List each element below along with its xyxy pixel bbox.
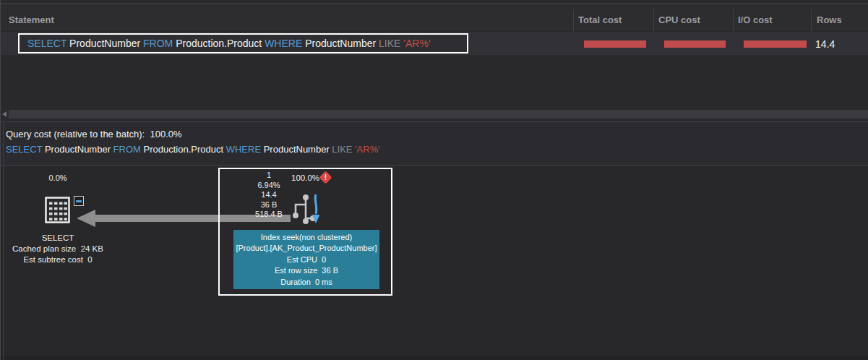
sql-token: Production.Product bbox=[176, 38, 265, 49]
select-node-labels: SELECTCached plan size 24 KBEst subtree … bbox=[4, 233, 112, 265]
rows-value: 14.4 bbox=[815, 38, 835, 50]
index-seek-node[interactable]: 16.94%14.436 B518.4 B 100.0% ! Index see… bbox=[218, 168, 392, 296]
cpu-cost-bar bbox=[664, 40, 726, 48]
sql-token: FROM bbox=[113, 144, 144, 155]
header-divider bbox=[0, 29, 868, 30]
sql-token: LIKE bbox=[379, 38, 403, 49]
seek-node-cost-percent: 100.0% bbox=[291, 173, 319, 182]
bottom-scrollbar-track[interactable] bbox=[0, 356, 868, 360]
sql-token: 'AR%' bbox=[355, 144, 380, 155]
sql-token: WHERE bbox=[226, 144, 264, 155]
query-cost-line: Query cost (relative to the batch): 100.… bbox=[6, 129, 182, 140]
minus-icon bbox=[76, 200, 82, 202]
select-node-line: Cached plan size 24 KB bbox=[4, 244, 112, 254]
sql-token: Production.Product bbox=[144, 144, 226, 155]
query-cost-panel: Query cost (relative to the batch): 100.… bbox=[0, 122, 868, 165]
scroll-left-icon[interactable] bbox=[2, 111, 7, 117]
warning-glyph: ! bbox=[321, 173, 330, 182]
tooltip-line: Est CPU 0 bbox=[233, 254, 379, 265]
sql-token: ProductNumber bbox=[45, 144, 113, 155]
collapse-minus-button[interactable] bbox=[74, 196, 84, 206]
sql-token: WHERE bbox=[265, 38, 305, 49]
select-node-cost-percent: 0.0% bbox=[4, 173, 112, 182]
sql-token: ProductNumber bbox=[264, 144, 332, 155]
index-seek-icon bbox=[289, 192, 319, 226]
tooltip-line: Est row size 36 B bbox=[233, 265, 379, 276]
result-table-icon bbox=[45, 197, 70, 223]
tooltip-line: Duration 0 ms bbox=[233, 277, 379, 288]
sql-token: LIKE bbox=[332, 144, 355, 155]
sql-token: 'AR%' bbox=[403, 38, 430, 49]
sql-token: ProductNumber bbox=[305, 38, 379, 49]
column-header-io-cost[interactable]: I/O cost bbox=[738, 14, 773, 25]
select-node-line: Est subtree cost 0 bbox=[4, 254, 112, 265]
left-inner-border bbox=[3, 122, 4, 360]
tooltip-line: [Product].[AK_Product_ProductNumber] bbox=[233, 243, 379, 254]
sql-token: FROM bbox=[143, 38, 176, 49]
column-header-rows[interactable]: Rows bbox=[817, 14, 842, 25]
horizontal-scrollbar[interactable] bbox=[0, 108, 868, 120]
warning-icon: ! bbox=[319, 171, 332, 184]
sql-token: ProductNumber bbox=[69, 38, 143, 49]
select-node-line: SELECT bbox=[4, 233, 112, 244]
sql-token: SELECT bbox=[27, 38, 69, 49]
column-header-cpu-cost[interactable]: CPU cost bbox=[658, 14, 700, 25]
io-cost-bar bbox=[744, 40, 807, 48]
query-sql-text: SELECT ProductNumber FROM Production.Pro… bbox=[6, 144, 380, 155]
execution-plan-window: Statement Total cost CPU cost I/O cost R… bbox=[0, 0, 868, 360]
tooltip-line: Index seek(non clustered) bbox=[233, 232, 379, 243]
query-cost-label: Query cost (relative to the batch): bbox=[6, 129, 145, 140]
scrollbar-thumb[interactable] bbox=[9, 110, 868, 119]
total-cost-bar bbox=[584, 40, 646, 48]
selected-statement-cell[interactable]: SELECT ProductNumber FROM Production.Pro… bbox=[18, 33, 468, 53]
sql-token: SELECT bbox=[6, 144, 45, 155]
plan-canvas: 0.0% SELECTCached plan size 24 KBEst sub… bbox=[0, 166, 868, 356]
column-header-total-cost[interactable]: Total cost bbox=[578, 14, 622, 25]
query-cost-value: 100.0% bbox=[150, 129, 181, 140]
left-panel-border bbox=[0, 0, 1, 360]
grid-header: Statement Total cost CPU cost I/O cost R… bbox=[0, 4, 868, 29]
column-header-statement[interactable]: Statement bbox=[9, 14, 54, 25]
seek-node-tooltip: Index seek(non clustered)[Product].[AK_P… bbox=[233, 230, 379, 289]
